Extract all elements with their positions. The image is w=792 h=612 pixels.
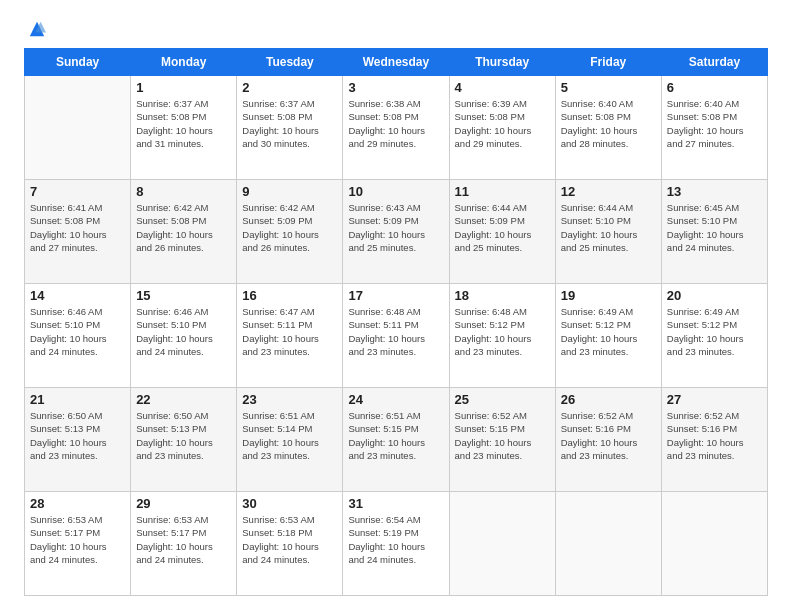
calendar-cell: 6Sunrise: 6:40 AM Sunset: 5:08 PM Daylig… xyxy=(661,76,767,180)
day-number: 16 xyxy=(242,288,337,303)
calendar-week-row: 14Sunrise: 6:46 AM Sunset: 5:10 PM Dayli… xyxy=(25,284,768,388)
calendar-week-row: 21Sunrise: 6:50 AM Sunset: 5:13 PM Dayli… xyxy=(25,388,768,492)
day-number: 12 xyxy=(561,184,656,199)
calendar-header-tuesday: Tuesday xyxy=(237,49,343,76)
cell-info: Sunrise: 6:44 AM Sunset: 5:09 PM Dayligh… xyxy=(455,201,550,254)
cell-info: Sunrise: 6:53 AM Sunset: 5:17 PM Dayligh… xyxy=(136,513,231,566)
calendar-cell: 3Sunrise: 6:38 AM Sunset: 5:08 PM Daylig… xyxy=(343,76,449,180)
calendar-cell: 9Sunrise: 6:42 AM Sunset: 5:09 PM Daylig… xyxy=(237,180,343,284)
page: SundayMondayTuesdayWednesdayThursdayFrid… xyxy=(0,0,792,612)
calendar-header-wednesday: Wednesday xyxy=(343,49,449,76)
day-number: 31 xyxy=(348,496,443,511)
day-number: 8 xyxy=(136,184,231,199)
cell-info: Sunrise: 6:50 AM Sunset: 5:13 PM Dayligh… xyxy=(30,409,125,462)
calendar-cell: 17Sunrise: 6:48 AM Sunset: 5:11 PM Dayli… xyxy=(343,284,449,388)
day-number: 13 xyxy=(667,184,762,199)
cell-info: Sunrise: 6:41 AM Sunset: 5:08 PM Dayligh… xyxy=(30,201,125,254)
day-number: 23 xyxy=(242,392,337,407)
calendar-cell: 4Sunrise: 6:39 AM Sunset: 5:08 PM Daylig… xyxy=(449,76,555,180)
calendar-cell: 22Sunrise: 6:50 AM Sunset: 5:13 PM Dayli… xyxy=(131,388,237,492)
cell-info: Sunrise: 6:51 AM Sunset: 5:15 PM Dayligh… xyxy=(348,409,443,462)
calendar-cell: 24Sunrise: 6:51 AM Sunset: 5:15 PM Dayli… xyxy=(343,388,449,492)
calendar-header-sunday: Sunday xyxy=(25,49,131,76)
calendar-cell: 16Sunrise: 6:47 AM Sunset: 5:11 PM Dayli… xyxy=(237,284,343,388)
calendar-cell: 23Sunrise: 6:51 AM Sunset: 5:14 PM Dayli… xyxy=(237,388,343,492)
calendar-cell: 21Sunrise: 6:50 AM Sunset: 5:13 PM Dayli… xyxy=(25,388,131,492)
calendar-cell: 29Sunrise: 6:53 AM Sunset: 5:17 PM Dayli… xyxy=(131,492,237,596)
calendar-week-row: 7Sunrise: 6:41 AM Sunset: 5:08 PM Daylig… xyxy=(25,180,768,284)
cell-info: Sunrise: 6:49 AM Sunset: 5:12 PM Dayligh… xyxy=(561,305,656,358)
calendar-table: SundayMondayTuesdayWednesdayThursdayFrid… xyxy=(24,48,768,596)
calendar-cell: 31Sunrise: 6:54 AM Sunset: 5:19 PM Dayli… xyxy=(343,492,449,596)
day-number: 4 xyxy=(455,80,550,95)
day-number: 30 xyxy=(242,496,337,511)
cell-info: Sunrise: 6:43 AM Sunset: 5:09 PM Dayligh… xyxy=(348,201,443,254)
cell-info: Sunrise: 6:40 AM Sunset: 5:08 PM Dayligh… xyxy=(667,97,762,150)
cell-info: Sunrise: 6:42 AM Sunset: 5:08 PM Dayligh… xyxy=(136,201,231,254)
calendar-cell: 12Sunrise: 6:44 AM Sunset: 5:10 PM Dayli… xyxy=(555,180,661,284)
calendar-header-saturday: Saturday xyxy=(661,49,767,76)
calendar-cell: 11Sunrise: 6:44 AM Sunset: 5:09 PM Dayli… xyxy=(449,180,555,284)
day-number: 7 xyxy=(30,184,125,199)
day-number: 10 xyxy=(348,184,443,199)
cell-info: Sunrise: 6:52 AM Sunset: 5:16 PM Dayligh… xyxy=(667,409,762,462)
calendar-cell: 8Sunrise: 6:42 AM Sunset: 5:08 PM Daylig… xyxy=(131,180,237,284)
day-number: 17 xyxy=(348,288,443,303)
calendar-header-row: SundayMondayTuesdayWednesdayThursdayFrid… xyxy=(25,49,768,76)
calendar-cell: 15Sunrise: 6:46 AM Sunset: 5:10 PM Dayli… xyxy=(131,284,237,388)
day-number: 29 xyxy=(136,496,231,511)
cell-info: Sunrise: 6:39 AM Sunset: 5:08 PM Dayligh… xyxy=(455,97,550,150)
calendar-header-thursday: Thursday xyxy=(449,49,555,76)
day-number: 24 xyxy=(348,392,443,407)
cell-info: Sunrise: 6:52 AM Sunset: 5:16 PM Dayligh… xyxy=(561,409,656,462)
calendar-cell xyxy=(555,492,661,596)
calendar-cell: 26Sunrise: 6:52 AM Sunset: 5:16 PM Dayli… xyxy=(555,388,661,492)
calendar-week-row: 1Sunrise: 6:37 AM Sunset: 5:08 PM Daylig… xyxy=(25,76,768,180)
day-number: 25 xyxy=(455,392,550,407)
calendar-cell: 30Sunrise: 6:53 AM Sunset: 5:18 PM Dayli… xyxy=(237,492,343,596)
day-number: 21 xyxy=(30,392,125,407)
calendar-cell: 14Sunrise: 6:46 AM Sunset: 5:10 PM Dayli… xyxy=(25,284,131,388)
cell-info: Sunrise: 6:53 AM Sunset: 5:17 PM Dayligh… xyxy=(30,513,125,566)
calendar-cell: 28Sunrise: 6:53 AM Sunset: 5:17 PM Dayli… xyxy=(25,492,131,596)
calendar-cell xyxy=(661,492,767,596)
day-number: 5 xyxy=(561,80,656,95)
calendar-cell: 20Sunrise: 6:49 AM Sunset: 5:12 PM Dayli… xyxy=(661,284,767,388)
cell-info: Sunrise: 6:48 AM Sunset: 5:12 PM Dayligh… xyxy=(455,305,550,358)
calendar-cell: 7Sunrise: 6:41 AM Sunset: 5:08 PM Daylig… xyxy=(25,180,131,284)
calendar-cell: 18Sunrise: 6:48 AM Sunset: 5:12 PM Dayli… xyxy=(449,284,555,388)
cell-info: Sunrise: 6:37 AM Sunset: 5:08 PM Dayligh… xyxy=(136,97,231,150)
day-number: 22 xyxy=(136,392,231,407)
cell-info: Sunrise: 6:37 AM Sunset: 5:08 PM Dayligh… xyxy=(242,97,337,150)
day-number: 18 xyxy=(455,288,550,303)
cell-info: Sunrise: 6:49 AM Sunset: 5:12 PM Dayligh… xyxy=(667,305,762,358)
cell-info: Sunrise: 6:46 AM Sunset: 5:10 PM Dayligh… xyxy=(136,305,231,358)
cell-info: Sunrise: 6:47 AM Sunset: 5:11 PM Dayligh… xyxy=(242,305,337,358)
calendar-cell xyxy=(25,76,131,180)
calendar-cell: 10Sunrise: 6:43 AM Sunset: 5:09 PM Dayli… xyxy=(343,180,449,284)
day-number: 14 xyxy=(30,288,125,303)
calendar-header-monday: Monday xyxy=(131,49,237,76)
calendar-week-row: 28Sunrise: 6:53 AM Sunset: 5:17 PM Dayli… xyxy=(25,492,768,596)
cell-info: Sunrise: 6:46 AM Sunset: 5:10 PM Dayligh… xyxy=(30,305,125,358)
day-number: 27 xyxy=(667,392,762,407)
day-number: 9 xyxy=(242,184,337,199)
cell-info: Sunrise: 6:48 AM Sunset: 5:11 PM Dayligh… xyxy=(348,305,443,358)
calendar-cell: 1Sunrise: 6:37 AM Sunset: 5:08 PM Daylig… xyxy=(131,76,237,180)
cell-info: Sunrise: 6:40 AM Sunset: 5:08 PM Dayligh… xyxy=(561,97,656,150)
day-number: 2 xyxy=(242,80,337,95)
cell-info: Sunrise: 6:54 AM Sunset: 5:19 PM Dayligh… xyxy=(348,513,443,566)
cell-info: Sunrise: 6:50 AM Sunset: 5:13 PM Dayligh… xyxy=(136,409,231,462)
day-number: 6 xyxy=(667,80,762,95)
calendar-cell: 5Sunrise: 6:40 AM Sunset: 5:08 PM Daylig… xyxy=(555,76,661,180)
cell-info: Sunrise: 6:51 AM Sunset: 5:14 PM Dayligh… xyxy=(242,409,337,462)
cell-info: Sunrise: 6:52 AM Sunset: 5:15 PM Dayligh… xyxy=(455,409,550,462)
day-number: 26 xyxy=(561,392,656,407)
logo xyxy=(24,20,46,38)
logo-icon xyxy=(28,20,46,38)
calendar-header-friday: Friday xyxy=(555,49,661,76)
cell-info: Sunrise: 6:38 AM Sunset: 5:08 PM Dayligh… xyxy=(348,97,443,150)
calendar-cell: 13Sunrise: 6:45 AM Sunset: 5:10 PM Dayli… xyxy=(661,180,767,284)
calendar-cell: 25Sunrise: 6:52 AM Sunset: 5:15 PM Dayli… xyxy=(449,388,555,492)
header xyxy=(24,20,768,38)
